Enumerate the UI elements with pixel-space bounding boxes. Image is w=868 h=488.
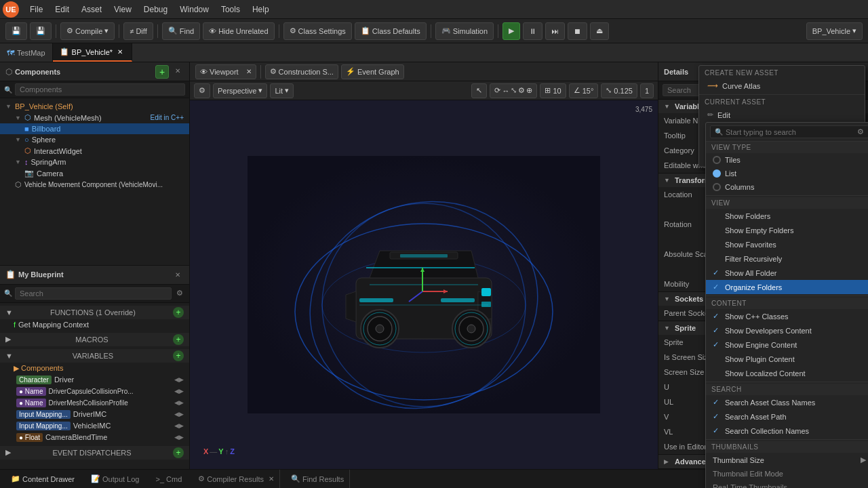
tree-item-mesh[interactable]: ▼ ⬡ Mesh (VehicleMesh) Edit in C++ bbox=[0, 112, 189, 123]
close-viewport-btn[interactable]: ✕ bbox=[246, 68, 252, 75]
select-tool[interactable]: ↖ bbox=[471, 83, 487, 98]
show-all-folder-item[interactable]: ✓ Show All Folder bbox=[706, 266, 868, 280]
show-plugin-content-item[interactable]: ✓ Show Plugin Content bbox=[706, 352, 868, 366]
bottom-tab-compiler[interactable]: ⚙ Compiler Results ✕ bbox=[193, 470, 280, 488]
viewport-settings-btn[interactable]: ⚙ bbox=[194, 83, 210, 98]
bp-name-display[interactable]: BP_Vehicle ▾ bbox=[806, 22, 863, 40]
stop-button[interactable]: ⏹ bbox=[568, 22, 587, 40]
construction-script-btn[interactable]: ⚙ Construction S... bbox=[265, 64, 338, 79]
organize-folders-item[interactable]: ✓ Organize Folders Organize folders in t… bbox=[706, 280, 868, 294]
show-empty-folders-item[interactable]: ✓ Show Empty Folders bbox=[706, 223, 868, 237]
show-folders-item[interactable]: ✓ Show Folders bbox=[706, 209, 868, 223]
find-button[interactable]: 🔍 Find bbox=[162, 22, 200, 40]
compile-button[interactable]: ⚙ Compile ▾ bbox=[60, 22, 115, 40]
search-collection-names-item[interactable]: ✓ Search Collection Names bbox=[706, 424, 868, 438]
blueprint-settings-button[interactable]: ⚙ bbox=[174, 288, 185, 299]
viewport-title-btn[interactable]: 👁 Viewport ✕ bbox=[195, 64, 256, 79]
angle-btn[interactable]: ∠ 15° bbox=[569, 83, 599, 98]
show-localized-content-item[interactable]: ✓ Show Localized Content bbox=[706, 366, 868, 380]
tree-item-root[interactable]: ▼ BP_Vehicle (Self) bbox=[0, 101, 189, 112]
diff-button[interactable]: ≠ Diff bbox=[123, 22, 153, 40]
var-drivercapsule[interactable]: ● Name DriverCapsuleCollisionPro... ◀▶ bbox=[0, 386, 189, 397]
perspective-btn[interactable]: Perspective ▾ bbox=[213, 83, 267, 98]
bp-variables-header[interactable]: ▼ VARIABLES + bbox=[0, 349, 189, 363]
tree-item-camera[interactable]: 📷 Camera bbox=[0, 167, 189, 179]
bottom-tab-content[interactable]: 📁 Content Drawer bbox=[5, 473, 80, 485]
tab-testmap[interactable]: 🗺 TestMap bbox=[0, 43, 53, 62]
view-type-list[interactable]: List bbox=[706, 167, 868, 180]
tools-group[interactable]: ⟳↔⤡⚙⊕ bbox=[490, 83, 537, 98]
hide-unrelated-button[interactable]: 👁 Hide Unrelated bbox=[203, 22, 274, 40]
thumbnail-size-item[interactable]: Thumbnail Size ▶ bbox=[706, 453, 868, 467]
menu-asset[interactable]: Asset bbox=[76, 3, 107, 16]
play-button[interactable]: ▶ bbox=[502, 22, 520, 40]
tab-close-button[interactable]: ✕ bbox=[115, 47, 125, 57]
edit-cpp-link[interactable]: Edit in C++ bbox=[151, 114, 184, 121]
save-button[interactable]: 💾 bbox=[5, 22, 27, 40]
show-cpp-classes-item[interactable]: ✓ Show C++ Classes bbox=[706, 309, 868, 323]
search-class-names-item[interactable]: ✓ Search Asset Class Names bbox=[706, 395, 868, 409]
cb-search-input[interactable] bbox=[723, 128, 857, 136]
var-drivermesh[interactable]: ● Name DriverMeshCollisionProfile ◀▶ bbox=[0, 397, 189, 409]
bottom-tab-cmd[interactable]: >_ Cmd bbox=[150, 474, 187, 485]
grid-btn[interactable]: ⊞ 10 bbox=[540, 83, 566, 98]
save-all-button[interactable]: 💾 bbox=[30, 22, 52, 40]
bottom-tab-output[interactable]: 📝 Output Log bbox=[85, 473, 144, 485]
curve-atlas-item[interactable]: ⟿ Curve Atlas bbox=[699, 79, 865, 93]
menu-edit[interactable]: Edit bbox=[50, 3, 75, 16]
viewport-content[interactable]: X — Y ↑ Z 3,475 bbox=[190, 100, 658, 469]
var-driver[interactable]: Character Driver ◀▶ bbox=[0, 374, 189, 386]
class-settings-button[interactable]: ⚙ Class Settings bbox=[283, 22, 352, 40]
add-variable-button[interactable]: + bbox=[173, 350, 184, 361]
add-dispatcher-button[interactable]: + bbox=[173, 447, 184, 458]
class-defaults-button[interactable]: 📋 Class Defaults bbox=[355, 22, 427, 40]
tree-item-sphere[interactable]: ▼ ○ Sphere bbox=[0, 134, 189, 145]
simulation-button[interactable]: 🎮 Simulation bbox=[435, 22, 494, 40]
edit-item[interactable]: ✏ Edit bbox=[699, 108, 865, 122]
menu-help[interactable]: Help bbox=[247, 3, 275, 16]
show-favorites-item[interactable]: ✓ Show Favorites bbox=[706, 237, 868, 251]
lit-btn[interactable]: Lit ▾ bbox=[270, 83, 294, 98]
tab-bpvehicle[interactable]: 📋 BP_Vehicle* ✕ bbox=[53, 43, 133, 62]
tree-item-billboard[interactable]: ■ Billboard bbox=[0, 123, 189, 134]
add-macro-button[interactable]: + bbox=[173, 334, 184, 345]
show-engine-content-item[interactable]: ✓ Show Engine Content bbox=[706, 338, 868, 352]
bottom-tab-find[interactable]: 🔍 Find Results bbox=[285, 470, 350, 488]
filter-recursively-item[interactable]: ✓ Filter Recursively bbox=[706, 251, 868, 266]
var-driverimc[interactable]: Input Mapping... DriverIMC ◀▶ bbox=[0, 409, 189, 420]
view-type-columns[interactable]: Columns bbox=[706, 180, 868, 194]
step-button[interactable]: ⏭ bbox=[545, 22, 565, 40]
var-vehicleimc[interactable]: Input Mapping... VehicleIMC ◀▶ bbox=[0, 420, 189, 432]
menu-view[interactable]: View bbox=[108, 3, 137, 16]
pause-button[interactable]: ⏸ bbox=[523, 22, 542, 40]
blueprint-search-input[interactable] bbox=[15, 287, 172, 300]
tree-item-springarm[interactable]: ▼ ↕ SpringArm bbox=[0, 157, 189, 167]
search-asset-path-item[interactable]: ✓ Search Asset Path bbox=[706, 409, 868, 424]
tree-item-interactwidget[interactable]: ⬡ InteractWidget bbox=[0, 145, 189, 157]
add-function-button[interactable]: + bbox=[173, 307, 184, 318]
bp-functions-header[interactable]: ▼ FUNCTIONS (1 Override) + bbox=[0, 306, 189, 319]
scale-btn[interactable]: ⤡ 0.125 bbox=[601, 83, 637, 98]
event-graph-btn[interactable]: ⚡ Event Graph bbox=[341, 64, 404, 79]
bp-dispatchers-header[interactable]: ▶ EVENT DISPATCHERS + bbox=[0, 446, 189, 460]
bp-variable-components[interactable]: ▶ Components bbox=[0, 363, 189, 374]
show-dev-content-item[interactable]: ✓ Show Developers Content bbox=[706, 323, 868, 338]
blueprint-close-button[interactable]: ✕ bbox=[172, 268, 184, 281]
view-type-tiles[interactable]: Tiles bbox=[706, 153, 868, 167]
menu-debug[interactable]: Debug bbox=[138, 3, 173, 16]
bp-dropdown-icon: ▾ bbox=[852, 26, 856, 35]
menu-tools[interactable]: Tools bbox=[216, 3, 245, 16]
menu-window[interactable]: Window bbox=[174, 3, 214, 16]
add-component-button[interactable]: + bbox=[155, 65, 169, 79]
menu-file[interactable]: File bbox=[24, 3, 48, 16]
camera-speed-btn[interactable]: 1 bbox=[640, 83, 654, 98]
bp-macros-header[interactable]: ▶ MACROS + bbox=[0, 333, 189, 346]
cb-settings-icon[interactable]: ⚙ bbox=[857, 127, 864, 136]
var-camerablendtime[interactable]: ● Float CameraBlendTime ◀▶ bbox=[0, 432, 189, 443]
tab-close-compiler[interactable]: ✕ bbox=[269, 475, 274, 483]
components-close-button[interactable]: ✕ bbox=[172, 65, 184, 77]
tree-item-vehicle-movement[interactable]: ⬡ Vehicle Movement Component (VehicleMov… bbox=[0, 179, 189, 190]
bp-function-getmapping[interactable]: f Get Mapping Context bbox=[0, 319, 189, 330]
components-search-input[interactable] bbox=[15, 83, 185, 96]
eject-button[interactable]: ⏏ bbox=[590, 22, 609, 40]
